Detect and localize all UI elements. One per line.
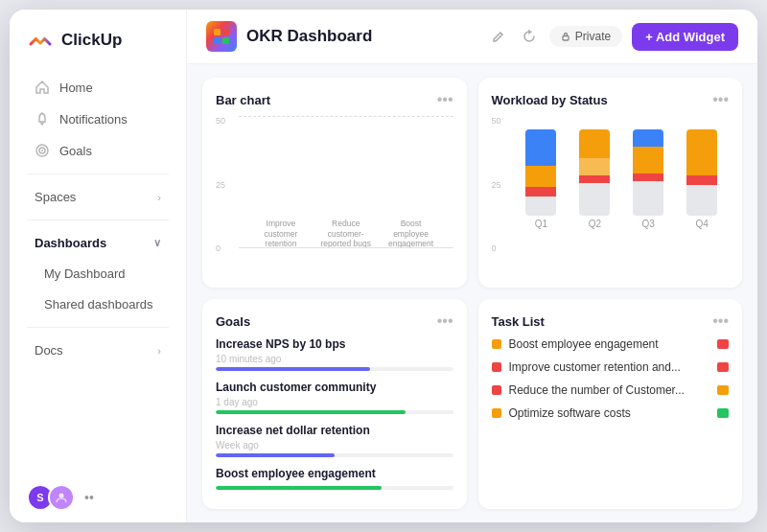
q3-seg-blue [633, 129, 663, 147]
bar-group-0: Improve customer retention [248, 215, 314, 248]
sidebar-item-my-dashboard[interactable]: My Dashboard [17, 259, 178, 289]
sidebar-item-home[interactable]: Home [17, 72, 178, 103]
workload-y-50: 50 [492, 116, 501, 126]
clickup-logo-icon [27, 27, 54, 54]
avatar-group: S [27, 484, 75, 511]
task-name-3: Optimize software costs [509, 406, 710, 420]
y-label-25: 25 [216, 180, 225, 190]
sidebar-item-notifications[interactable]: Notifications [17, 104, 178, 134]
add-widget-button[interactable]: + Add Widget [632, 23, 738, 51]
task-list-widget: Task List ••• Boost employee engagement … [478, 299, 743, 509]
sidebar-item-dashboards[interactable]: Dashboards ∨ [17, 228, 178, 258]
svg-rect-8 [563, 36, 569, 41]
divider-1 [27, 173, 169, 174]
task-dot-0 [492, 339, 501, 349]
goals-widget: Goals ••• Increase NPS by 10 bps 10 minu… [202, 299, 467, 509]
q4-seg-yellow [686, 129, 717, 175]
bar-chart-menu[interactable]: ••• [437, 91, 453, 108]
q1-seg-yellow [525, 166, 556, 187]
q1-seg-gray [525, 197, 556, 216]
q2-seg-gray [579, 183, 610, 216]
q2-seg-yellow1 [579, 129, 610, 158]
stacked-group-q2: Q2 [579, 129, 610, 229]
sidebar-item-notifications-label: Notifications [59, 112, 128, 127]
sidebar-item-spaces[interactable]: Spaces › [17, 182, 178, 212]
chevron-right-icon-docs: › [157, 345, 161, 357]
task-item-2: Reduce the number of Customer... [492, 383, 730, 397]
home-icon [35, 80, 50, 95]
svg-rect-5 [222, 29, 229, 35]
task-dot-2 [492, 385, 501, 395]
svg-rect-7 [222, 37, 229, 44]
target-icon [35, 143, 50, 158]
svg-rect-4 [214, 29, 221, 35]
bar-group-1: Reduce customer-reported bugs [314, 215, 379, 248]
topbar: OKR Dashboard [187, 10, 757, 64]
goal-name-2: Increase net dollar retention [216, 424, 453, 437]
workload-header: Workload by Status ••• [492, 91, 730, 108]
y-label-0: 0 [216, 243, 225, 253]
goal-bar-fill-1 [216, 410, 406, 414]
sidebar-item-shared-dashboards[interactable]: Shared dashboards [17, 289, 178, 319]
logo-area: ClickUp [10, 10, 186, 67]
chevron-down-icon: ∨ [153, 237, 161, 249]
goal-bar-fill-2 [216, 453, 335, 457]
task-item-1: Improve customer retention and... [492, 360, 730, 374]
sidebar: ClickUp Home Notifications [10, 10, 187, 522]
edit-button[interactable] [488, 26, 509, 47]
goals-menu[interactable]: ••• [437, 312, 453, 330]
sidebar-item-docs[interactable]: Docs › [17, 335, 178, 365]
y-label-50: 50 [216, 116, 225, 126]
task-list: Boost employee engagement Improve custom… [492, 337, 730, 496]
bar-chart-title: Bar chart [216, 93, 270, 107]
sidebar-docs-label: Docs [35, 343, 63, 358]
chevron-right-icon: › [157, 192, 161, 203]
goal-bar-bg-2 [216, 453, 453, 457]
workload-title: Workload by Status [492, 93, 608, 107]
sidebar-spaces-label: Spaces [35, 190, 76, 204]
svg-point-3 [59, 494, 64, 498]
q4-seg-red [686, 175, 717, 185]
avatar-img [48, 484, 75, 511]
goal-item-2: Increase net dollar retention Week ago [216, 424, 453, 457]
svg-point-2 [41, 150, 43, 151]
q4-seg-gray [686, 185, 717, 216]
dashboard-icon [206, 21, 237, 52]
task-list-menu[interactable]: ••• [712, 312, 729, 330]
goals-title: Goals [216, 314, 250, 329]
sidebar-navigation: Home Notifications Goals Spaces [10, 67, 186, 473]
private-label: Private [575, 30, 611, 43]
task-flag-3 [717, 408, 729, 418]
q3-seg-red [633, 173, 663, 181]
sidebar-my-dashboard-label: My Dashboard [44, 266, 126, 281]
app-window: ClickUp Home Notifications [10, 10, 757, 522]
bar-chart-header: Bar chart ••• [216, 91, 453, 108]
stacked-group-q4: Q4 [686, 129, 717, 229]
workload-menu[interactable]: ••• [712, 91, 729, 108]
sidebar-footer: S •• [10, 473, 186, 522]
task-list-title: Task List [492, 314, 545, 329]
goal-name-0: Increase NPS by 10 bps [216, 337, 453, 351]
q1-label: Q1 [535, 219, 547, 229]
goal-bar-bg-1 [216, 410, 453, 414]
topbar-actions: Private + Add Widget [488, 23, 738, 51]
divider-2 [27, 220, 169, 220]
footer-dots[interactable]: •• [84, 490, 94, 505]
goal-item-0: Increase NPS by 10 bps 10 minutes ago [216, 337, 453, 371]
workload-y-25: 25 [492, 180, 501, 190]
q1-seg-blue [525, 129, 556, 166]
bar-chart-area: 50 25 0 [216, 116, 453, 274]
goal-bar-fill-3 [216, 486, 382, 490]
sidebar-item-home-label: Home [59, 81, 93, 95]
goal-meta-2: Week ago [216, 440, 453, 451]
task-item-0: Boost employee engagement [492, 337, 730, 351]
bar-label-0: Improve customer retention [252, 219, 310, 248]
sidebar-item-goals[interactable]: Goals [17, 135, 178, 166]
stacked-group-q3: Q3 [633, 129, 663, 229]
private-badge[interactable]: Private [549, 26, 622, 47]
dashboard-grid: Bar chart ••• 50 25 0 [187, 64, 757, 522]
bell-icon [35, 111, 50, 127]
sidebar-dashboards-label: Dashboards [35, 236, 106, 250]
refresh-button[interactable] [519, 26, 540, 47]
q3-seg-gray [633, 181, 663, 216]
